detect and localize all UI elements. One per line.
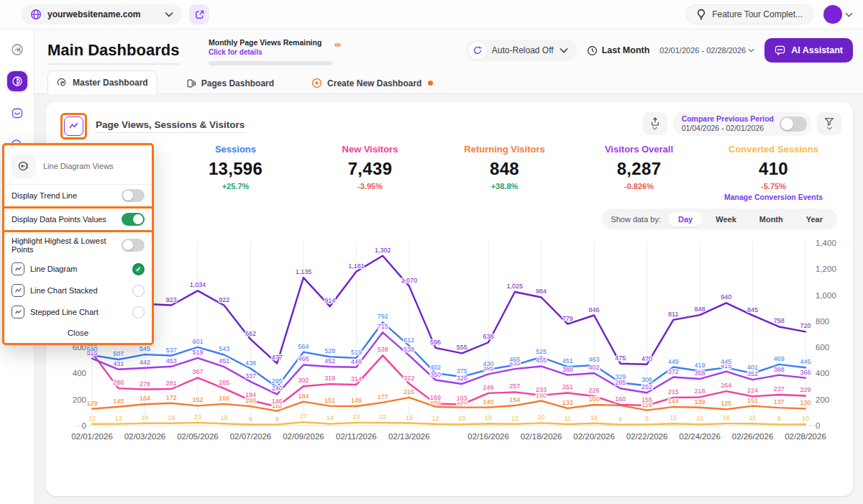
data-point-label: 18 (168, 414, 175, 421)
data-point-label: 10 (802, 415, 809, 422)
data-point-label: 1,034 (190, 281, 206, 288)
data-point-label: 452 (324, 357, 335, 365)
radio-button[interactable] (132, 285, 145, 297)
feature-tour-button[interactable]: Feature Tour Complet... (685, 4, 813, 24)
data-point-label: 125 (721, 400, 731, 407)
chevron-down-icon (748, 48, 754, 52)
compare-toggle[interactable] (780, 116, 807, 132)
sidebar-expand-button[interactable] (6, 38, 29, 61)
stat-label[interactable]: Converted Sessions (706, 144, 841, 155)
data-point-label: 438 (245, 359, 256, 367)
data-point-label: 14 (327, 414, 334, 421)
arrow-left-icon (18, 160, 29, 172)
granularity-year[interactable]: Year (796, 212, 833, 226)
popup-toggle-display-trend-line[interactable]: Display Trend Line (4, 185, 152, 206)
line-chart[interactable]: 002002004004006006008008001,0001,0001,20… (46, 234, 853, 449)
popup-option-line-chart-stacked[interactable]: Line Chart Stacked (4, 280, 152, 301)
data-point-label: 372 (668, 368, 679, 375)
data-point-label: 12 (88, 415, 96, 422)
ai-assistant-button[interactable]: AI Assistant (764, 38, 853, 63)
data-point-label: 375 (457, 367, 467, 375)
data-point-label: 15 (749, 414, 757, 421)
granularity-month[interactable]: Month (749, 212, 793, 226)
data-point-label: 233 (536, 386, 547, 393)
data-point-label: 16 (723, 414, 730, 421)
ai-assistant-label: AI Assistant (791, 45, 843, 55)
data-point-label: 163 (457, 395, 467, 402)
auto-reload-dropdown[interactable]: Auto-Reload Off (466, 40, 577, 61)
granularity-day[interactable]: Day (668, 212, 703, 226)
popup-option-line-diagram[interactable]: Line Diagram✓ (4, 258, 152, 280)
stat-label[interactable]: Visitors Overall (572, 144, 706, 155)
radio-button[interactable] (132, 306, 145, 319)
line-chart-icon (12, 284, 24, 297)
stat-label[interactable]: Returning Visitors (437, 144, 572, 155)
svg-text:1,200: 1,200 (816, 265, 836, 273)
data-point-label: 152 (192, 396, 203, 403)
line-chart-icon (12, 262, 24, 275)
export-button[interactable] (643, 112, 667, 135)
website-selector[interactable]: yourwebsitename.com (22, 4, 182, 24)
tab-pages-dashboard[interactable]: Pages Dashboard (178, 73, 283, 94)
popup-toggle-display-data-points-values[interactable]: Display Data Points Values (2, 206, 154, 232)
chart-type-button[interactable] (64, 116, 83, 136)
stat-new-visitors: New Visitors7,439-3.95% (303, 144, 437, 201)
popup-option-stepped-line-chart[interactable]: Stepped Line Chart (4, 301, 152, 323)
data-point-label: 23 (194, 413, 201, 421)
open-website-button[interactable] (189, 4, 209, 24)
stat-label[interactable]: New Visitors (303, 144, 437, 155)
radio-button[interactable]: ✓ (132, 263, 145, 275)
account-menu[interactable] (823, 5, 853, 24)
svg-text:200: 200 (816, 395, 829, 404)
refresh-icon (469, 42, 486, 59)
popup-back-button[interactable] (12, 154, 36, 178)
sidebar-item-store[interactable] (6, 101, 29, 124)
data-point-label: 137 (774, 398, 785, 406)
data-point-label: 9 (777, 415, 781, 422)
data-point-label: 314 (351, 375, 362, 382)
data-point-label: 401 (747, 364, 758, 371)
popup-close-button[interactable]: Close (4, 323, 152, 339)
tab-create-new-dashboard[interactable]: Create New Dashboard (303, 72, 442, 94)
period-preset[interactable]: Last Month (587, 45, 650, 56)
granularity-week[interactable]: Week (706, 212, 746, 226)
data-point-label: 144 (668, 398, 679, 405)
svg-text:0: 0 (816, 421, 820, 430)
data-point-label: 10 (458, 415, 465, 422)
stat-label[interactable]: Sessions (168, 144, 303, 155)
data-point-label: 337 (245, 372, 256, 380)
data-point-label: 540 (86, 346, 97, 353)
dashboard-header: Main Dashboards Monthly Page Views Remai… (35, 29, 863, 94)
data-point-label: 264 (721, 382, 731, 389)
show-data-by: Show data by: DayWeekMonthYear (602, 209, 837, 229)
stat-delta: -3.95% (303, 182, 437, 191)
toggle-switch[interactable] (122, 213, 145, 226)
chevron-down-icon (165, 12, 173, 17)
quota-details-link[interactable]: Click for details (209, 48, 332, 56)
stat-delta: -5.75% (706, 182, 841, 191)
filter-button[interactable] (817, 112, 841, 135)
stat-value: 848 (437, 159, 572, 179)
popup-toggle-highlight-highest-lowest-points[interactable]: Highlight Highest & Lowest Points (4, 232, 152, 258)
sidebar-item-dashboards[interactable] (6, 70, 29, 93)
page-title: Main Dashboards (47, 41, 179, 65)
data-point-label: 811 (668, 311, 678, 318)
data-point-label: 12 (432, 415, 439, 422)
data-point-label: 237 (774, 385, 785, 393)
data-point-label: 9 (645, 415, 649, 422)
tab-master-dashboard[interactable]: Master Dashboard (47, 70, 157, 94)
export-icon (650, 117, 660, 127)
data-point-label: 160 (615, 395, 626, 403)
data-point-label: 538 (403, 346, 414, 353)
data-point-label: 845 (747, 306, 758, 313)
toggle-switch[interactable] (122, 189, 145, 202)
manage-conversion-events-link[interactable]: Manage Conversion Events (706, 193, 841, 201)
dashboard-pie-icon (12, 75, 23, 87)
compare-label[interactable]: Compare Previous Period (682, 114, 774, 124)
date-range-picker[interactable]: 02/01/2026 - 02/28/2026 (659, 46, 754, 55)
svg-text:02/13/2026: 02/13/2026 (388, 432, 430, 441)
toggle-switch[interactable] (122, 239, 145, 252)
data-point-label: 130 (800, 399, 811, 406)
data-point-label: 352 (747, 370, 758, 377)
data-point-label: 285 (219, 379, 229, 386)
